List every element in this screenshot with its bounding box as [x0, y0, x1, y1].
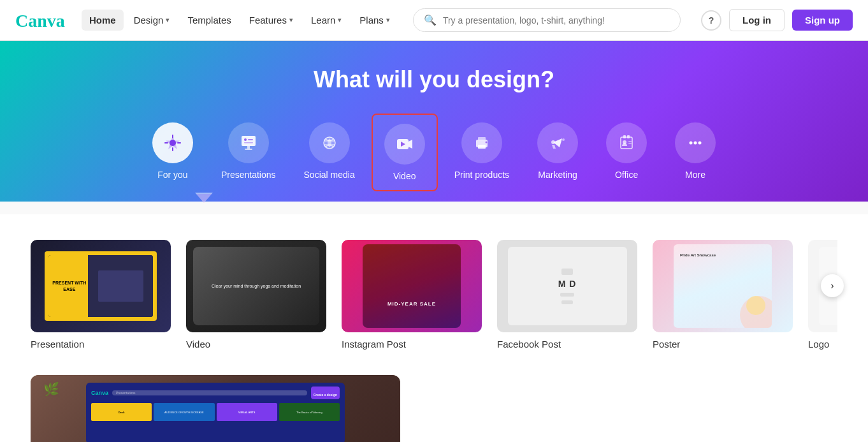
svg-rect-4 — [245, 149, 252, 150]
foryou-label: For you — [157, 170, 187, 180]
nav-plans[interactable]: Plans ▾ — [352, 10, 398, 31]
category-video[interactable]: Video — [372, 114, 438, 191]
signup-button[interactable]: Sign up — [792, 10, 853, 31]
card-instagram-image: MID-YEAR SALE — [342, 240, 482, 332]
svg-rect-2 — [242, 136, 256, 146]
category-foryou[interactable]: For you — [141, 114, 205, 191]
socialmedia-label: Social media — [304, 170, 355, 180]
search-bar[interactable]: 🔍 — [413, 8, 681, 32]
svg-point-14 — [485, 142, 487, 144]
bottom-preview-image: Canva Presentations Create a design Deck… — [31, 375, 400, 442]
svg-point-15 — [551, 140, 555, 144]
search-input[interactable] — [443, 15, 670, 26]
poster-card-text: Pride Art Showcase — [680, 253, 716, 258]
printproducts-icon-circle — [461, 122, 502, 163]
plans-chevron-icon: ▾ — [386, 16, 390, 24]
marketing-label: Marketing — [538, 170, 577, 180]
more-icon-circle — [675, 122, 716, 163]
presentations-label: Presentations — [221, 170, 276, 180]
cards-section: PRESENT WITH EASE Presentation — [0, 214, 868, 362]
design-chevron-icon: ▾ — [166, 16, 170, 24]
nav-features[interactable]: Features ▾ — [242, 10, 301, 31]
svg-rect-18 — [623, 135, 626, 138]
card-facebook-label: Facebook Post — [497, 339, 637, 350]
card-presentation-image: PRESENT WITH EASE — [31, 240, 171, 332]
card-instagram-label: Instagram Post — [342, 339, 482, 350]
category-printproducts[interactable]: Print products — [443, 114, 521, 191]
category-more[interactable]: More — [663, 114, 727, 191]
svg-rect-7 — [244, 142, 253, 144]
svg-point-1 — [170, 140, 176, 146]
navbar: Canva Home Design ▾ Templates Features ▾… — [0, 0, 868, 41]
svg-rect-22 — [628, 143, 632, 144]
cards-next-button[interactable]: › — [821, 274, 844, 297]
learn-chevron-icon: ▾ — [338, 16, 342, 24]
svg-point-5 — [244, 138, 247, 141]
video-icon-circle — [384, 124, 425, 165]
foryou-icon-circle — [152, 122, 193, 163]
category-office[interactable]: Office — [595, 114, 658, 191]
svg-rect-12 — [478, 137, 486, 140]
card-poster[interactable]: Pride Art Showcase Poster — [653, 240, 793, 350]
marketing-icon-circle — [537, 122, 578, 163]
video-card-text: Clear your mind through yoga and meditat… — [206, 278, 306, 295]
features-chevron-icon: ▾ — [289, 16, 293, 24]
svg-rect-3 — [247, 146, 250, 149]
logo[interactable]: Canva — [15, 10, 66, 31]
svg-point-16 — [562, 138, 565, 141]
card-video-image: Clear your mind through yoga and meditat… — [186, 240, 326, 332]
login-button[interactable]: Log in — [729, 9, 785, 31]
nav-templates[interactable]: Templates — [180, 10, 238, 31]
card-presentation[interactable]: PRESENT WITH EASE Presentation — [31, 240, 171, 350]
printproducts-label: Print products — [454, 170, 509, 180]
card-presentation-label: Presentation — [31, 339, 171, 350]
svg-point-25 — [698, 142, 702, 145]
presentations-icon-circle — [228, 122, 269, 163]
svg-rect-21 — [628, 141, 632, 142]
card-facebook-image: M D — [497, 240, 637, 332]
hero-title: What will you design? — [0, 66, 868, 93]
cards-wrapper: PRESENT WITH EASE Presentation — [31, 240, 837, 350]
nav-right-actions: ? Log in Sign up — [701, 9, 853, 31]
more-label: More — [685, 170, 705, 180]
nav-learn[interactable]: Learn ▾ — [303, 10, 349, 31]
category-socialmedia[interactable]: Social media — [293, 114, 366, 191]
svg-text:Canva: Canva — [15, 11, 65, 31]
office-icon-circle — [606, 122, 647, 163]
card-poster-label: Poster — [653, 339, 793, 350]
cards-row: PRESENT WITH EASE Presentation — [31, 240, 837, 350]
hero-banner: What will you design? For you — [0, 41, 868, 202]
help-button[interactable]: ? — [701, 10, 721, 31]
presentation-thumbnail: PRESENT WITH EASE — [45, 251, 157, 321]
category-presentations[interactable]: Presentations — [210, 114, 287, 191]
presentation-card-text: PRESENT WITH EASE — [51, 280, 88, 291]
card-logo-label: Logo — [808, 339, 837, 350]
card-video[interactable]: Clear your mind through yoga and meditat… — [186, 240, 326, 350]
svg-rect-13 — [478, 145, 486, 149]
card-instagram[interactable]: MID-YEAR SALE Instagram Post — [342, 240, 482, 350]
categories-row: For you Presentations — [0, 114, 868, 191]
instagram-card-text: MID-YEAR SALE — [363, 301, 461, 307]
svg-rect-6 — [248, 139, 253, 140]
category-marketing[interactable]: Marketing — [526, 114, 590, 191]
nav-home[interactable]: Home — [82, 10, 124, 31]
svg-point-24 — [694, 142, 697, 145]
card-video-label: Video — [186, 339, 326, 350]
search-icon: 🔍 — [424, 14, 437, 26]
video-label: Video — [393, 171, 416, 181]
nav-links: Home Design ▾ Templates Features ▾ Learn… — [82, 10, 398, 31]
card-facebook[interactable]: M D Facebook Post — [497, 240, 637, 350]
nav-design[interactable]: Design ▾ — [126, 10, 178, 31]
card-poster-image: Pride Art Showcase — [653, 240, 793, 332]
svg-point-23 — [690, 142, 693, 145]
bottom-section: Canva Presentations Create a design Deck… — [0, 362, 868, 442]
socialmedia-icon-circle — [309, 122, 350, 163]
svg-rect-19 — [627, 135, 630, 138]
office-label: Office — [615, 170, 638, 180]
